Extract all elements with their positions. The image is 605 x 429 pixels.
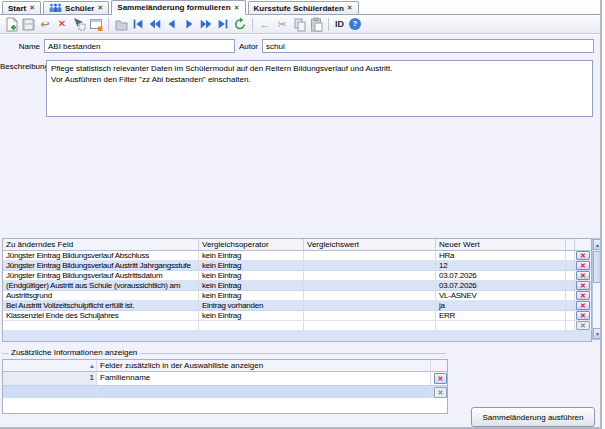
- undo-icon[interactable]: ↩: [37, 16, 53, 32]
- cell-feld: Austrittsgrund: [3, 291, 199, 300]
- first-record-icon[interactable]: [130, 16, 146, 32]
- delete-row-button[interactable]: ✕: [576, 311, 590, 320]
- scrollbar-thumb[interactable]: [593, 251, 602, 283]
- cell-spacer: [566, 281, 575, 290]
- cell-actions: ✕: [575, 271, 591, 280]
- back-icon[interactable]: ←: [257, 16, 273, 32]
- changes-table: Zu änderndes Feld Vergleichsoperator Ver…: [2, 238, 592, 342]
- additional-table-body: 1 Familienname ✕: [3, 372, 447, 385]
- name-input[interactable]: [44, 39, 235, 53]
- delete-row-button[interactable]: ✕: [576, 261, 590, 270]
- delete-row-button[interactable]: ✕: [576, 251, 590, 260]
- close-icon[interactable]: ✕: [29, 4, 35, 12]
- save-icon[interactable]: [20, 16, 36, 32]
- table-row[interactable]: Klassenziel Ende des Schuljahres kein Ei…: [3, 311, 591, 321]
- beschreibung-textarea[interactable]: Pflege statistisch relevanter Daten im S…: [46, 60, 593, 117]
- help-icon[interactable]: ?: [347, 16, 363, 32]
- changes-table-body: Jüngster Eintrag Bildungsverlauf Abschlu…: [3, 251, 591, 321]
- tab-label: Kursstufe Schülerdaten: [254, 4, 344, 13]
- additional-fields-table: ▲ Felder zusätzlich in der Auswahlliste …: [2, 359, 448, 414]
- delete-row-button[interactable]: ✕: [576, 301, 590, 310]
- column-header-fields[interactable]: Felder zusätzlich in der Auswahlliste an…: [97, 360, 431, 372]
- table-row[interactable]: (Endgültiger) Austritt aus Schule (vorau…: [3, 281, 591, 291]
- column-header-neuer-wert[interactable]: Neuer Wert: [436, 239, 566, 251]
- vertical-scrollbar[interactable]: ▲ ▼: [592, 238, 602, 340]
- prior-page-icon[interactable]: [147, 16, 163, 32]
- cell-neuer-wert: 03.07.2026: [436, 281, 566, 290]
- cell-actions: ✕: [575, 251, 591, 260]
- cell-actions: ✕: [575, 281, 591, 290]
- cell-wert: [304, 311, 436, 320]
- close-icon[interactable]: ✕: [347, 4, 353, 12]
- close-icon[interactable]: ✕: [97, 4, 103, 12]
- scroll-down-button[interactable]: ▼: [593, 328, 602, 339]
- delete-row-button[interactable]: ✕: [434, 373, 447, 384]
- cell-feld: (Endgültiger) Austritt aus Schule (vorau…: [3, 281, 199, 290]
- delete-icon[interactable]: ✕: [54, 16, 70, 32]
- copy-icon[interactable]: [291, 16, 307, 32]
- tab-schueler[interactable]: Schüler ✕: [43, 1, 109, 14]
- delete-row-button[interactable]: ✕: [576, 281, 590, 290]
- column-header-number[interactable]: ▲: [3, 360, 97, 372]
- cell-operator: kein Eintrag: [199, 311, 304, 320]
- cell-feld: Jüngster Eintrag Bildungsverlauf Abschlu…: [3, 251, 199, 260]
- id-icon[interactable]: ID: [333, 16, 346, 32]
- cell-wert: [304, 271, 436, 280]
- delete-row-button[interactable]: ✕: [576, 271, 590, 280]
- cell-feld: Bei Austritt Vollzeitschulpflicht erfüll…: [3, 301, 199, 310]
- table-row[interactable]: Jüngster Eintrag Bildungsverlauf Austrit…: [3, 261, 591, 271]
- table-row[interactable]: Austrittsgrund kein Eintrag VL-ASNEV ✕: [3, 291, 591, 301]
- edit-window-icon[interactable]: [88, 16, 104, 32]
- table-row[interactable]: Bei Austritt Vollzeitschulpflicht erfüll…: [3, 301, 591, 311]
- prior-record-icon[interactable]: [164, 16, 180, 32]
- additional-table-header: ▲ Felder zusätzlich in der Auswahlliste …: [3, 360, 447, 372]
- scroll-up-button[interactable]: ▲: [593, 239, 602, 250]
- name-label: Name: [2, 42, 40, 51]
- next-record-icon[interactable]: [181, 16, 197, 32]
- tab-sammelaenderung-formulieren[interactable]: Sammeländerung formulieren ✕: [111, 0, 245, 15]
- clear-row-button[interactable]: ✕: [434, 387, 447, 398]
- tab-start[interactable]: Start ✕: [2, 1, 41, 14]
- clear-row-button[interactable]: ✕: [576, 321, 590, 330]
- toolbar-separator: [108, 18, 109, 31]
- autor-input[interactable]: [262, 39, 594, 53]
- selected-empty-row[interactable]: ✕: [3, 385, 447, 398]
- column-header-feld[interactable]: Zu änderndes Feld: [3, 239, 199, 251]
- tab-label: Start: [8, 4, 26, 13]
- toolbar-separator: [328, 18, 329, 31]
- cut-icon[interactable]: ✂: [274, 16, 290, 32]
- column-header-wert[interactable]: Vergleichswert: [304, 239, 436, 251]
- refresh-icon[interactable]: [232, 16, 248, 32]
- close-icon[interactable]: ✕: [234, 4, 240, 12]
- empty-row[interactable]: ✕: [3, 321, 591, 331]
- list-item[interactable]: 1 Familienname ✕: [3, 372, 447, 385]
- cell-spacer: [566, 251, 575, 260]
- column-header-operator[interactable]: Vergleichsoperator: [199, 239, 304, 251]
- tab-label: Schüler: [65, 4, 94, 13]
- column-header-actions: [431, 360, 447, 372]
- students-icon: [49, 3, 62, 14]
- column-header-actions: [575, 239, 591, 251]
- cell-spacer: [566, 261, 575, 270]
- execute-bulk-change-button[interactable]: Sammeländerung ausführen: [471, 407, 595, 427]
- cell-operator: Eintrag vorhanden: [199, 301, 304, 310]
- cell-wert: [304, 291, 436, 300]
- next-page-icon[interactable]: [198, 16, 214, 32]
- cell-actions: ✕: [575, 301, 591, 310]
- cell-actions: ✕: [575, 311, 591, 320]
- table-row[interactable]: Jüngster Eintrag Bildungsverlauf Abschlu…: [3, 251, 591, 261]
- selected-empty-row[interactable]: [3, 331, 591, 341]
- delete-row-button[interactable]: ✕: [576, 291, 590, 300]
- mark-records-icon[interactable]: [71, 16, 87, 32]
- cell-neuer-wert: HRa: [436, 251, 566, 260]
- cell-field: Familienname: [97, 372, 431, 385]
- cell-wert: [304, 261, 436, 270]
- folder-icon[interactable]: [113, 16, 129, 32]
- table-row[interactable]: Jüngster Eintrag Bildungsverlauf Austrit…: [3, 271, 591, 281]
- cell-spacer: [566, 291, 575, 300]
- new-record-icon[interactable]: [3, 16, 19, 32]
- tab-kursstufe-schuelerdaten[interactable]: Kursstufe Schülerdaten ✕: [248, 1, 359, 14]
- last-record-icon[interactable]: [215, 16, 231, 32]
- cell-operator: kein Eintrag: [199, 251, 304, 260]
- paste-icon[interactable]: [308, 16, 324, 32]
